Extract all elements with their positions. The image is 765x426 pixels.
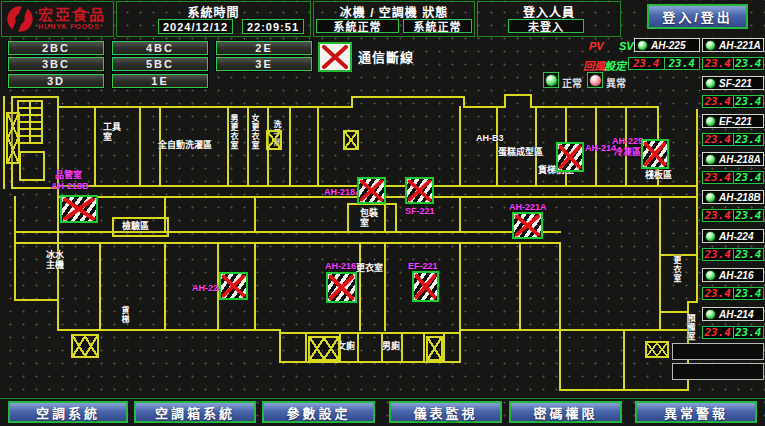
- nav-button-5[interactable]: 密碼權限: [509, 401, 622, 423]
- elevator-icon: [308, 336, 340, 361]
- elevator-icon: [645, 341, 669, 358]
- unit-led-icon: [637, 40, 648, 51]
- nav-button-6[interactable]: 異常警報: [635, 401, 757, 423]
- alarm-icon-ah-214[interactable]: [556, 142, 584, 172]
- unit-led-icon: [705, 78, 716, 89]
- nav-button-4[interactable]: 儀表監視: [389, 401, 502, 423]
- nav-button-3[interactable]: 參數設定: [262, 401, 375, 423]
- alarm-icon-ah-216[interactable]: [326, 272, 357, 303]
- chiller-status-value: 系統正常: [316, 19, 399, 33]
- abnormal-legend-label: 異常: [606, 75, 626, 90]
- normal-led-icon: [545, 74, 558, 87]
- unit-title-ah-216[interactable]: AH-216: [702, 268, 764, 282]
- floor-button-2e[interactable]: 2E: [216, 41, 312, 55]
- unit-values-ah-225: 23.423.4: [628, 57, 700, 70]
- unit-title-ah-224[interactable]: AH-224: [702, 229, 764, 243]
- comm-loss-label: 通信斷線: [358, 47, 414, 66]
- unit-values-ah-221a: 23.423.4: [702, 57, 764, 70]
- nav-button-2[interactable]: 空調箱系統: [134, 401, 256, 423]
- abnormal-led-icon: [589, 74, 602, 87]
- unit-empty-slot: [672, 343, 764, 360]
- unit-name: AH-214: [719, 309, 753, 320]
- unit-sv-value: 23.4: [734, 172, 764, 183]
- unit-pv-value: 23.4: [703, 134, 734, 145]
- sv-label: SV: [619, 40, 634, 52]
- alarm-icon-sf-221[interactable]: [405, 177, 434, 204]
- system-clock-value: 22:09:51: [242, 19, 304, 34]
- room-label: 工具室: [103, 122, 127, 142]
- equipment-label: EF-221: [408, 261, 438, 271]
- alarm-icon-ah-218a[interactable]: [357, 177, 386, 204]
- unit-sv-value: 23.4: [734, 327, 764, 338]
- unit-sv-value: 23.4: [734, 58, 764, 69]
- unit-pv-value: 23.4: [703, 210, 734, 221]
- unit-led-icon: [705, 231, 716, 242]
- unit-led-icon: [705, 116, 716, 127]
- unit-led-icon: [705, 309, 716, 320]
- alarm-icon-ef-221[interactable]: [412, 271, 439, 302]
- brand-name-en: HUNYA FOODS: [38, 23, 106, 31]
- unit-name: AH-221A: [719, 40, 761, 51]
- unit-values-sf-221: 23.423.4: [702, 95, 764, 108]
- brand-text: 宏亞食品 HUNYA FOODS: [38, 7, 106, 31]
- unit-values-ah-216: 23.423.4: [702, 287, 764, 300]
- return-air-label: 回風: [583, 57, 605, 73]
- unit-title-ef-221[interactable]: EF-221: [702, 114, 764, 128]
- logo-panel: 宏亞食品 HUNYA FOODS: [1, 1, 114, 37]
- alarm-icon-ah-225[interactable]: [641, 139, 669, 169]
- unit-name: SF-221: [719, 78, 752, 89]
- elevator-icon: [6, 112, 20, 164]
- unit-name: AH-218B: [719, 192, 761, 203]
- floor-button-3e[interactable]: 3E: [216, 57, 312, 71]
- room-label: 更衣室: [671, 256, 681, 283]
- floor-button-1e[interactable]: 1E: [112, 74, 208, 88]
- abnormal-led-box: [587, 72, 603, 88]
- floor-button-2bc[interactable]: 2BC: [8, 41, 104, 55]
- room-label: 包裝室: [360, 208, 382, 228]
- unit-title-ah-218b[interactable]: AH-218B: [702, 190, 764, 204]
- nav-button-1[interactable]: 空調系統: [8, 401, 128, 423]
- unit-values-ah-214: 23.423.4: [702, 326, 764, 339]
- unit-pv-value: 23.4: [703, 327, 734, 338]
- normal-led-box: [543, 72, 559, 88]
- unit-values-ah-218b: 23.423.4: [702, 209, 764, 222]
- elevator-icon: [71, 334, 99, 358]
- floor-button-3bc[interactable]: 3BC: [8, 57, 104, 71]
- unit-pv-value: 23.4: [703, 96, 734, 107]
- unit-title-sf-221[interactable]: SF-221: [702, 76, 764, 90]
- brand-logo-icon: [6, 5, 34, 33]
- equipment-label: 冷凍區: [614, 147, 641, 157]
- unit-sv-value: 23.4: [734, 210, 764, 221]
- brand-name: 宏亞食品: [38, 7, 106, 23]
- unit-name: AH-216: [719, 270, 753, 281]
- room-label: 棧板區: [645, 170, 672, 180]
- floor-button-4bc[interactable]: 4BC: [112, 41, 208, 55]
- unit-title-ah-225[interactable]: AH-225: [634, 38, 700, 52]
- login-logout-button[interactable]: 登入/登出: [647, 4, 748, 29]
- room-label: 全自動洗濯區: [158, 140, 212, 150]
- unit-title-ah-214[interactable]: AH-214: [702, 307, 764, 321]
- room-label: 男廁: [382, 341, 400, 351]
- alarm-icon-ah-218b[interactable]: [60, 195, 98, 223]
- equipment-label: AH-225: [612, 136, 643, 146]
- unit-title-ah-218a[interactable]: AH-218A: [702, 152, 764, 166]
- unit-sv-value: 23.4: [665, 58, 700, 69]
- floor-button-3d[interactable]: 3D: [8, 74, 104, 88]
- login-user-value: 未登入: [508, 19, 584, 33]
- room-label: 冰水主機: [46, 250, 72, 270]
- pv-label: PV: [589, 40, 604, 52]
- alarm-icon-ah-224[interactable]: [219, 272, 248, 300]
- unit-values-ah-224: 23.423.4: [702, 248, 764, 261]
- unit-sv-value: 23.4: [734, 134, 764, 145]
- unit-values-ah-218a: 23.423.4: [702, 171, 764, 184]
- room-label: 預備室: [685, 314, 695, 341]
- unit-title-ah-221a[interactable]: AH-221A: [702, 38, 764, 52]
- elevator-icon: [266, 130, 282, 150]
- unit-sv-value: 23.4: [734, 288, 764, 299]
- unit-pv-value: 23.4: [703, 58, 734, 69]
- alarm-icon-ah-221a[interactable]: [512, 212, 543, 239]
- unit-name: AH-218A: [719, 154, 761, 165]
- unit-name: EF-221: [719, 116, 752, 127]
- floor-button-5bc[interactable]: 5BC: [112, 57, 208, 71]
- unit-pv-value: 23.4: [703, 172, 734, 183]
